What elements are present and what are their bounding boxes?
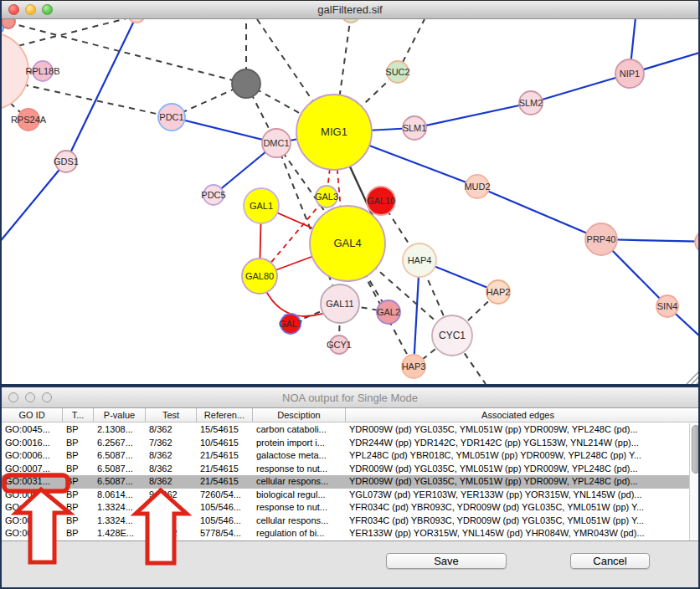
- network-node-label: SLM1: [403, 123, 427, 133]
- table-cell: biological regul...: [253, 489, 346, 502]
- table-cell: YFR034C (pd) YBR093C, YDR009W (pd) YGL03…: [346, 501, 690, 515]
- header-cell-2[interactable]: P-value: [94, 408, 146, 422]
- main-window-titlebar: galFiltered.sif: [2, 1, 698, 19]
- table-cell: YGL073W (pd) YER103W, YER133W (pp) YOR31…: [346, 489, 690, 502]
- app-window: galFiltered.sif RPL18BRPS24AGDS1PDC1DMC1…: [0, 0, 700, 589]
- network-node-ms[interactable]: [695, 231, 700, 253]
- table-cell: GO:0007...: [2, 463, 63, 476]
- table-row[interactable]: GO:0065...BP8.0614...94/3627260/54...bio…: [2, 489, 700, 502]
- header-cell-4[interactable]: Referen...: [197, 408, 253, 422]
- network-node-label: NIP1: [620, 69, 640, 79]
- table-cell: 6.5087...: [94, 475, 146, 489]
- network-edge: [2, 19, 136, 51]
- table-cell: galactose meta...: [253, 449, 346, 463]
- network-canvas[interactable]: RPL18BRPS24AGDS1PDC1DMC1MIG1SUC2SLM1SLM2…: [2, 19, 700, 384]
- table-cell: cellular respons...: [253, 515, 346, 528]
- network-node-label: RPL18B: [26, 66, 60, 76]
- network-node-label: MIG1: [321, 125, 347, 138]
- table-cell: response to nut...: [253, 501, 346, 515]
- table-cell: carbon cataboli...: [253, 423, 346, 437]
- cancel-button[interactable]: Cancel: [570, 553, 650, 569]
- table-cell: 80/362: [146, 527, 197, 540]
- table-scrollbar[interactable]: [689, 423, 700, 540]
- header-cell-0[interactable]: GO ID: [2, 408, 63, 422]
- table-cell: 7/362: [146, 437, 197, 450]
- network-edge: [531, 74, 630, 103]
- table-cell: 5778/54...: [197, 527, 253, 540]
- network-node[interactable]: [342, 19, 360, 23]
- table-cell: YFR034C (pd) YBR093C, YDR009W (pd) YGL03…: [346, 515, 690, 528]
- table-cell: 8/362: [146, 475, 197, 489]
- network-node-label: GAL80: [245, 271, 274, 281]
- table-cell: regulation of bi...: [253, 527, 346, 540]
- table-row[interactable]: GO:0031...BP1.3324...11/362105/546...cel…: [2, 515, 700, 528]
- save-button[interactable]: Save: [386, 553, 507, 569]
- network-node[interactable]: [232, 69, 260, 98]
- network-node-label: SUC2: [385, 67, 409, 77]
- table-row[interactable]: GO:0050...BP1.428E...80/3625778/54...reg…: [2, 527, 700, 540]
- table-row[interactable]: GO:0031...BP6.5087...8/36221/54615cellul…: [2, 475, 700, 489]
- table-cell: 1.3324...: [94, 515, 146, 528]
- noa-titlebar: NOA output for Single Mode: [2, 387, 698, 408]
- table-cell: 7260/54...: [197, 489, 253, 502]
- table-cell: GO:0045...: [2, 423, 63, 437]
- table-row[interactable]: GO:0007...BP6.5087...8/36221/54615respon…: [2, 463, 700, 476]
- network-edge: [172, 117, 276, 143]
- table-cell: BP: [63, 423, 94, 437]
- table-cell: GO:0050...: [2, 527, 63, 540]
- network-node-label: GCY1: [327, 340, 352, 350]
- window-title: galFiltered.sif: [2, 3, 698, 16]
- table-row[interactable]: GO:0045...BP2.1308...8/36215/54615carbon…: [2, 423, 700, 437]
- resize-grip[interactable]: [687, 371, 700, 384]
- network-node-label: RPS24A: [11, 115, 47, 125]
- table-cell: 1.428E...: [94, 527, 146, 540]
- header-cell-6[interactable]: Associated edges: [346, 408, 690, 422]
- table-cell: 11/362: [146, 501, 197, 515]
- network-node-label: GAL4: [333, 237, 361, 249]
- table-cell: 105/546...: [197, 515, 253, 528]
- scrollbar-thumb[interactable]: [692, 425, 700, 474]
- header-cell-3[interactable]: Test: [146, 408, 197, 422]
- network-graph: RPL18BRPS24AGDS1PDC1DMC1MIG1SUC2SLM1SLM2…: [2, 19, 700, 384]
- table-row[interactable]: GO:0006...BP6.5087...8/36221/54615galact…: [2, 449, 700, 463]
- network-node-label: GAL11: [326, 299, 353, 309]
- table-body: GO:0045...BP2.1308...8/36215/54615carbon…: [2, 423, 700, 540]
- network-edge: [414, 103, 531, 128]
- table-cell: 8/362: [146, 449, 197, 463]
- network-edge: [2, 161, 66, 248]
- table-cell: 11/362: [146, 515, 197, 528]
- table-cell: YDR009W (pd) YGL035C, YML051W (pp) YDR00…: [346, 423, 690, 437]
- table-row[interactable]: GO:0016...BP6.2567...7/36210/54615protei…: [2, 437, 700, 450]
- network-node-label: GAL2: [377, 307, 400, 317]
- network-node-label: HAP4: [408, 255, 432, 265]
- network-node[interactable]: [2, 24, 3, 33]
- network-node-label: SIN4: [657, 301, 677, 311]
- network-node-label: PDC1: [159, 112, 183, 122]
- table-cell: BP: [63, 475, 94, 489]
- header-cell-5[interactable]: Desciption: [253, 408, 346, 422]
- network-node-label: GAL7: [279, 319, 302, 329]
- table-cell: cellular respons...: [253, 475, 346, 489]
- header-cell-1[interactable]: T...: [63, 408, 94, 422]
- table-row[interactable]: GO:0031...BP1.3324...11/362105/546...res…: [2, 501, 700, 515]
- table-cell: BP: [63, 463, 94, 476]
- network-node-label: PDC5: [201, 190, 225, 200]
- network-node-label: SLM2: [519, 98, 543, 108]
- table-cell: 94/362: [146, 489, 197, 502]
- network-node-label: MUD2: [464, 182, 490, 192]
- network-node-label: PRP40: [587, 234, 616, 244]
- table-cell: GO:0016...: [2, 437, 63, 450]
- table-cell: GO:0031...: [2, 475, 63, 489]
- table-cell: 21/54615: [197, 475, 253, 489]
- table-cell: 8/362: [146, 463, 197, 476]
- table-cell: 8/362: [146, 423, 197, 437]
- table-cell: 21/54615: [197, 463, 253, 476]
- network-node[interactable]: [2, 33, 28, 110]
- table-cell: BP: [63, 437, 94, 450]
- network-node[interactable]: [128, 19, 145, 23]
- network-edge: [477, 187, 601, 239]
- network-edge: [23, 85, 172, 117]
- table-cell: BP: [63, 515, 94, 528]
- table-cell: YDR244W (pp) YDR142C, YDR142C (pp) YGL15…: [346, 437, 690, 450]
- table-cell: GO:0031...: [2, 515, 63, 528]
